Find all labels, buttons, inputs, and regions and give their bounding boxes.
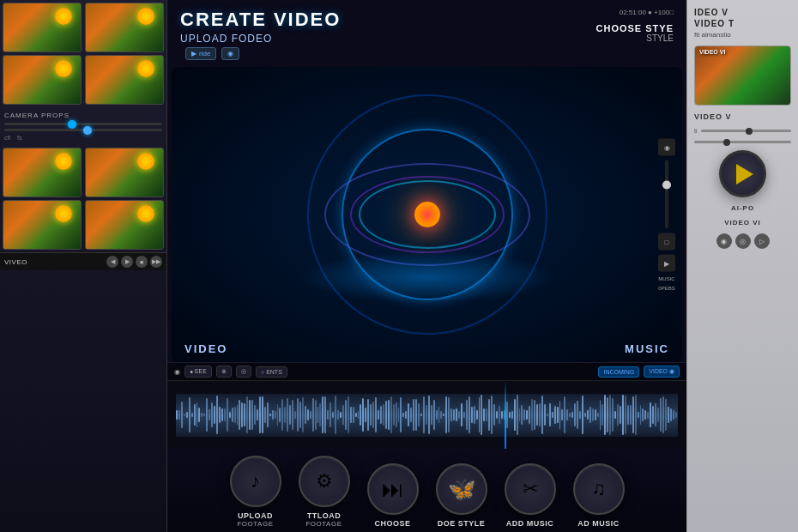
right-thumbnail-large[interactable]: VIDEO VI bbox=[694, 45, 791, 106]
main-header: CREATE VIDEO UPLOAD FODEO ▶ ride ◉ 02:51… bbox=[167, 0, 686, 67]
right-icon-2[interactable]: ◎ bbox=[735, 233, 751, 249]
thumbnail-6[interactable] bbox=[85, 148, 164, 197]
settings-mini-button[interactable]: ◉ bbox=[221, 47, 239, 60]
upload-footage-btn[interactable]: ♪ UPLOAD FOOTAGE bbox=[230, 456, 281, 528]
right-video-v-label: VIDEO V bbox=[694, 112, 791, 121]
upload-footage-icon[interactable]: ♪ bbox=[230, 456, 281, 507]
header-right: 02:51:00 ● +100□ CHOOSE STYE STYLE bbox=[596, 9, 674, 43]
preview-ctrl-1[interactable]: ◉ bbox=[658, 139, 675, 156]
ttload-footage-label: TTLOAD FOOTAGE bbox=[305, 511, 342, 528]
timeline-toolbar: ◉ ∎ EEE ⊗ ◎ ○ ENTS INCOMING VIDEO ◉ bbox=[167, 362, 686, 380]
preview-ctrl-play[interactable]: ▶ bbox=[658, 255, 675, 272]
slider-row-2[interactable] bbox=[4, 129, 162, 131]
slider-row-1[interactable] bbox=[4, 123, 162, 125]
choose-btn[interactable]: ⏭ CHOOSE bbox=[367, 463, 419, 528]
right-slider-2[interactable] bbox=[694, 141, 791, 143]
slider-thumb-1[interactable] bbox=[68, 120, 76, 129]
prev-icon[interactable]: ◀ bbox=[106, 256, 118, 268]
ad-music-btn[interactable]: ♫ AD Music bbox=[573, 463, 625, 528]
right-slider-thumb-1[interactable] bbox=[746, 128, 753, 135]
main-panel: CREATE VIDEO UPLOAD FODEO ▶ ride ◉ 02:51… bbox=[167, 0, 686, 532]
right-subtitle: fti almanstio bbox=[694, 31, 791, 39]
thumbnail-4[interactable] bbox=[85, 55, 164, 105]
left-toolbar: VIVEO ◀ ▶ ■ ▶▶ bbox=[0, 252, 166, 270]
waveform-bars bbox=[176, 394, 678, 437]
style-sub-label: STYLE bbox=[596, 33, 674, 43]
add-music-btn[interactable]: ✂ ADD MUSIC bbox=[505, 463, 556, 528]
thumbnail-7[interactable] bbox=[3, 200, 82, 250]
preview-labels: VIDEO MUSIC bbox=[184, 342, 669, 355]
header-left: CREATE VIDEO UPLOAD FODEO ▶ ride ◉ bbox=[180, 9, 341, 63]
video-vi-label: VIDEO VI bbox=[694, 219, 791, 227]
timeline-btn-circle[interactable]: ◎ bbox=[236, 366, 251, 378]
right-icon-1[interactable]: ◉ bbox=[716, 233, 732, 249]
ttload-footage-btn[interactable]: ⚙ TTLOAD FOOTAGE bbox=[299, 456, 350, 528]
thumbnail-1[interactable] bbox=[3, 3, 82, 52]
right-icon-3[interactable]: ▷ bbox=[754, 233, 770, 249]
add-music-icon[interactable]: ✂ bbox=[505, 463, 556, 515]
waveform-display bbox=[176, 394, 678, 437]
left-toolbar-label: VIVEO bbox=[4, 258, 27, 266]
choose-icon[interactable]: ⏭ bbox=[367, 463, 419, 515]
choose-style-btn[interactable]: 🦋 doe Style bbox=[436, 463, 487, 528]
right-slider-1[interactable] bbox=[701, 130, 792, 132]
thumbnail-3[interactable] bbox=[3, 55, 82, 105]
ttload-footage-icon[interactable]: ⚙ bbox=[299, 456, 350, 507]
thumbnail-grid-bottom bbox=[0, 145, 166, 252]
preview-ctrl-sub: 0PEBS bbox=[658, 286, 674, 291]
ad-music-label: AD Music bbox=[577, 519, 620, 528]
right-title-1: IDEO V bbox=[694, 7, 791, 18]
ride-button[interactable]: ▶ ride bbox=[185, 47, 216, 60]
action-buttons-row: ♪ UPLOAD FOOTAGE ⚙ TTLOAD FOOTAGE ⏭ CHOO… bbox=[167, 449, 686, 532]
right-bottom-icons: ◉ ◎ ▷ bbox=[694, 233, 791, 249]
timeline-btn-video[interactable]: VIDEO ◉ bbox=[644, 366, 680, 378]
play-mini-icon: ▶ bbox=[191, 50, 196, 57]
timeline-btn-incoming[interactable]: INCOMING bbox=[598, 366, 639, 378]
ground-glow bbox=[299, 251, 556, 303]
timeline-btn-settings[interactable]: ⊗ bbox=[216, 366, 232, 378]
thumbnail-2[interactable] bbox=[85, 3, 164, 52]
slider-track-2[interactable] bbox=[4, 129, 162, 131]
slider-track-1[interactable] bbox=[4, 123, 162, 125]
right-play-button[interactable] bbox=[719, 150, 766, 197]
right-title-2: VIDEO T bbox=[694, 18, 791, 29]
preview-slider-thumb[interactable] bbox=[662, 181, 671, 190]
camera-props-section: CAMERA PROPS cfi fs bbox=[0, 107, 166, 145]
add-music-label: ADD MUSIC bbox=[506, 519, 554, 528]
ai-powered-label: AI-PO bbox=[694, 204, 791, 212]
next-icon[interactable]: ▶▶ bbox=[150, 256, 162, 268]
camera-label: CAMERA PROPS bbox=[4, 112, 162, 119]
create-video-title: CREATE VIDEO bbox=[180, 9, 341, 31]
timeline-btn-waveform[interactable]: ∎ EEE bbox=[184, 366, 212, 378]
right-panel: IDEO V VIDEO T fti almanstio VIDEO VI VI… bbox=[686, 0, 798, 532]
preview-slider[interactable] bbox=[665, 160, 668, 229]
choose-style-heading: CHOOSE STYE bbox=[596, 23, 674, 33]
play-triangle-icon bbox=[736, 164, 753, 184]
timeline-btn-ents[interactable]: ○ ENTS bbox=[256, 366, 287, 378]
stop-icon[interactable]: ■ bbox=[136, 256, 148, 268]
preview-music-label: MUSIC bbox=[625, 342, 669, 355]
choose-label: CHOOSE bbox=[374, 519, 410, 528]
preview-ctrl-label: MUSIC bbox=[658, 276, 674, 281]
left-panel: CAMERA PROPS cfi fs VIVEO ◀ ▶ ■ ▶▶ bbox=[0, 0, 167, 532]
right-thumb-label: VIDEO VI bbox=[699, 49, 725, 55]
right-slider-thumb-2[interactable] bbox=[723, 139, 730, 146]
timeline-icon-main: ◉ bbox=[174, 368, 180, 376]
waveform-section bbox=[167, 380, 686, 449]
right-slider-row-2[interactable] bbox=[694, 141, 791, 143]
video-preview: VIDEO MUSIC ◉ □ ▶ MUSIC 0PEBS bbox=[172, 67, 682, 362]
waveform-container bbox=[167, 381, 686, 449]
play-icon[interactable]: ▶ bbox=[121, 256, 133, 268]
thumbnail-8[interactable] bbox=[85, 200, 164, 250]
upload-subtitle: UPLOAD FODEO bbox=[180, 33, 341, 45]
slider-thumb-2[interactable] bbox=[83, 126, 92, 135]
camera-sub-left: cfi bbox=[4, 135, 10, 141]
preview-ctrl-2[interactable]: □ bbox=[658, 233, 675, 251]
right-slider-row-1[interactable]: ti bbox=[694, 128, 791, 134]
preview-right-controls: ◉ □ ▶ MUSIC 0PEBS bbox=[658, 139, 675, 291]
right-slider-label: ti bbox=[694, 128, 698, 134]
right-panel-header: IDEO V VIDEO T fti almanstio bbox=[694, 7, 791, 39]
ad-music-icon[interactable]: ♫ bbox=[573, 463, 625, 515]
choose-style-icon[interactable]: 🦋 bbox=[436, 463, 487, 515]
thumbnail-5[interactable] bbox=[3, 148, 82, 197]
